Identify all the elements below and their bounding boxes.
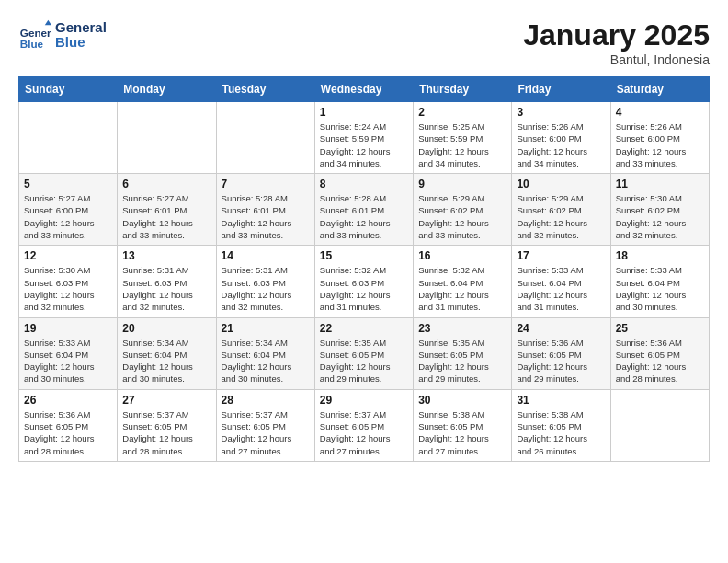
calendar-cell: 24Sunrise: 5:36 AM Sunset: 6:05 PM Dayli… [512,317,610,389]
day-number: 13 [122,249,210,262]
calendar-cell: 6Sunrise: 5:27 AM Sunset: 6:01 PM Daylig… [118,174,216,246]
day-number: 9 [418,178,506,190]
calendar-cell: 3Sunrise: 5:26 AM Sunset: 6:00 PM Daylig… [512,102,610,174]
day-info: Sunrise: 5:24 AM Sunset: 5:59 PM Dayligh… [320,121,408,169]
weekday-header: Monday [118,77,216,102]
day-info: Sunrise: 5:36 AM Sunset: 6:05 PM Dayligh… [517,337,605,385]
day-info: Sunrise: 5:34 AM Sunset: 6:04 PM Dayligh… [222,337,310,385]
calendar-cell: 29Sunrise: 5:37 AM Sunset: 6:05 PM Dayli… [314,389,413,461]
day-number: 1 [320,106,408,119]
logo-icon: General Blue [18,18,51,52]
calendar-week-row: 26Sunrise: 5:36 AM Sunset: 6:05 PM Dayli… [19,389,710,461]
calendar-cell: 21Sunrise: 5:34 AM Sunset: 6:04 PM Dayli… [216,317,314,389]
calendar-cell: 9Sunrise: 5:29 AM Sunset: 6:02 PM Daylig… [414,174,512,246]
calendar-cell: 30Sunrise: 5:38 AM Sunset: 6:05 PM Dayli… [414,389,512,461]
day-number: 25 [616,322,704,335]
calendar-cell: 13Sunrise: 5:31 AM Sunset: 6:03 PM Dayli… [118,246,216,317]
day-number: 26 [24,394,112,407]
day-info: Sunrise: 5:26 AM Sunset: 6:00 PM Dayligh… [616,121,704,169]
day-info: Sunrise: 5:33 AM Sunset: 6:04 PM Dayligh… [517,264,605,313]
day-number: 19 [24,322,112,335]
calendar-cell: 20Sunrise: 5:34 AM Sunset: 6:04 PM Dayli… [118,317,216,389]
logo-line2: Blue [55,35,107,51]
day-number: 6 [122,178,210,190]
calendar-cell: 26Sunrise: 5:36 AM Sunset: 6:05 PM Dayli… [19,389,118,461]
calendar-cell: 15Sunrise: 5:32 AM Sunset: 6:03 PM Dayli… [314,246,413,317]
day-info: Sunrise: 5:25 AM Sunset: 5:59 PM Dayligh… [418,121,506,169]
day-number: 5 [24,178,112,190]
calendar-cell: 1Sunrise: 5:24 AM Sunset: 5:59 PM Daylig… [314,102,413,174]
day-number: 16 [418,249,506,262]
day-number: 8 [320,178,408,190]
weekday-header: Friday [512,77,610,102]
weekday-header: Saturday [610,77,709,102]
day-number: 3 [517,106,605,119]
weekday-header-row: SundayMondayTuesdayWednesdayThursdayFrid… [19,77,710,102]
day-info: Sunrise: 5:28 AM Sunset: 6:01 PM Dayligh… [222,192,310,241]
day-number: 12 [24,249,112,262]
day-number: 17 [517,249,605,262]
day-info: Sunrise: 5:28 AM Sunset: 6:01 PM Dayligh… [320,192,408,241]
day-info: Sunrise: 5:37 AM Sunset: 6:05 PM Dayligh… [320,408,408,457]
day-number: 27 [122,394,210,407]
calendar-cell: 5Sunrise: 5:27 AM Sunset: 6:00 PM Daylig… [19,174,118,246]
logo-line1: General [55,20,107,36]
day-info: Sunrise: 5:32 AM Sunset: 6:04 PM Dayligh… [418,264,506,313]
day-info: Sunrise: 5:35 AM Sunset: 6:05 PM Dayligh… [418,337,506,385]
calendar-week-row: 1Sunrise: 5:24 AM Sunset: 5:59 PM Daylig… [19,102,710,174]
day-info: Sunrise: 5:38 AM Sunset: 6:05 PM Dayligh… [418,408,506,457]
day-info: Sunrise: 5:33 AM Sunset: 6:04 PM Dayligh… [24,337,112,385]
weekday-header: Thursday [414,77,512,102]
calendar-cell: 12Sunrise: 5:30 AM Sunset: 6:03 PM Dayli… [19,246,118,317]
day-info: Sunrise: 5:31 AM Sunset: 6:03 PM Dayligh… [222,264,310,313]
calendar-cell: 4Sunrise: 5:26 AM Sunset: 6:00 PM Daylig… [610,102,709,174]
title-block: January 2025 Bantul, Indonesia [523,18,710,67]
svg-text:General: General [20,27,51,39]
calendar-cell [118,102,216,174]
day-info: Sunrise: 5:38 AM Sunset: 6:05 PM Dayligh… [517,408,605,457]
svg-marker-2 [45,20,51,25]
day-number: 14 [222,249,310,262]
weekday-header: Sunday [19,77,118,102]
day-info: Sunrise: 5:32 AM Sunset: 6:03 PM Dayligh… [320,264,408,313]
day-info: Sunrise: 5:27 AM Sunset: 6:01 PM Dayligh… [122,192,210,241]
day-number: 29 [320,394,408,407]
day-number: 28 [222,394,310,407]
calendar-cell: 16Sunrise: 5:32 AM Sunset: 6:04 PM Dayli… [414,246,512,317]
location: Bantul, Indonesia [523,52,710,67]
logo: General Blue General Blue [18,18,107,52]
day-number: 4 [616,106,704,119]
weekday-header: Tuesday [216,77,314,102]
day-info: Sunrise: 5:37 AM Sunset: 6:05 PM Dayligh… [222,408,310,457]
calendar-cell: 25Sunrise: 5:36 AM Sunset: 6:05 PM Dayli… [610,317,709,389]
calendar-cell [216,102,314,174]
calendar-cell: 10Sunrise: 5:29 AM Sunset: 6:02 PM Dayli… [512,174,610,246]
calendar-week-row: 12Sunrise: 5:30 AM Sunset: 6:03 PM Dayli… [19,246,710,317]
calendar-week-row: 19Sunrise: 5:33 AM Sunset: 6:04 PM Dayli… [19,317,710,389]
day-number: 10 [517,178,605,190]
calendar-cell: 11Sunrise: 5:30 AM Sunset: 6:02 PM Dayli… [610,174,709,246]
day-info: Sunrise: 5:36 AM Sunset: 6:05 PM Dayligh… [24,408,112,457]
calendar-cell: 22Sunrise: 5:35 AM Sunset: 6:05 PM Dayli… [314,317,413,389]
day-info: Sunrise: 5:29 AM Sunset: 6:02 PM Dayligh… [418,192,506,241]
calendar-cell: 18Sunrise: 5:33 AM Sunset: 6:04 PM Dayli… [610,246,709,317]
month-title: January 2025 [523,18,710,52]
day-info: Sunrise: 5:34 AM Sunset: 6:04 PM Dayligh… [122,337,210,385]
day-number: 24 [517,322,605,335]
day-number: 11 [616,178,704,190]
day-info: Sunrise: 5:35 AM Sunset: 6:05 PM Dayligh… [320,337,408,385]
calendar-cell: 19Sunrise: 5:33 AM Sunset: 6:04 PM Dayli… [19,317,118,389]
day-number: 21 [222,322,310,335]
page-header: General Blue General Blue January 2025 B… [18,18,710,67]
weekday-header: Wednesday [314,77,413,102]
calendar-cell: 17Sunrise: 5:33 AM Sunset: 6:04 PM Dayli… [512,246,610,317]
day-number: 23 [418,322,506,335]
calendar-cell: 31Sunrise: 5:38 AM Sunset: 6:05 PM Dayli… [512,389,610,461]
svg-text:Blue: Blue [20,38,44,50]
day-number: 18 [616,249,704,262]
day-number: 22 [320,322,408,335]
calendar-cell [610,389,709,461]
day-info: Sunrise: 5:29 AM Sunset: 6:02 PM Dayligh… [517,192,605,241]
calendar-week-row: 5Sunrise: 5:27 AM Sunset: 6:00 PM Daylig… [19,174,710,246]
day-info: Sunrise: 5:27 AM Sunset: 6:00 PM Dayligh… [24,192,112,241]
